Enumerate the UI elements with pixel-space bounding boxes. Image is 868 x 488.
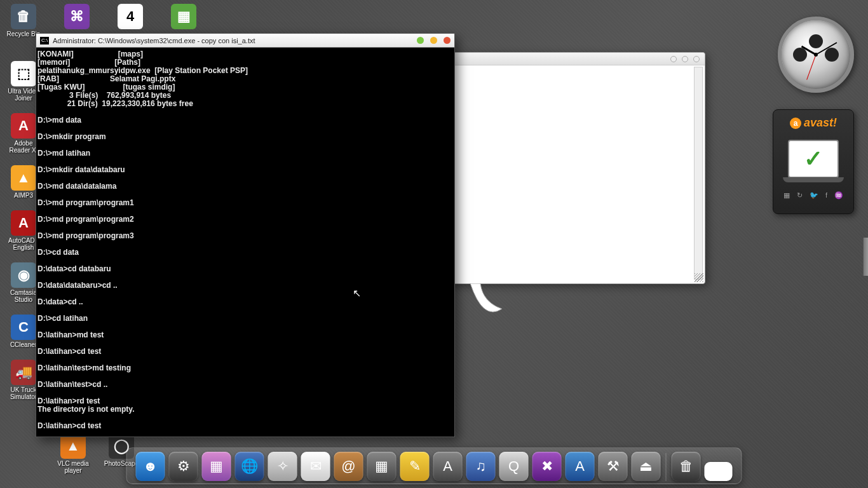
mouse-cursor-icon: ↖ (353, 287, 361, 299)
dock[interactable]: ☻⚙▦🌐✧✉@▦✎A♫Q✖A⚒⏏🗑 (126, 447, 742, 484)
dock-finder[interactable]: ☻ (136, 452, 165, 481)
cmd-maximize-button[interactable] (430, 37, 437, 44)
second-hand (806, 55, 816, 80)
dock-contacts[interactable]: @ (334, 452, 363, 481)
avast-status-icon: ✓ (788, 140, 839, 178)
dock-mail[interactable]: ✉ (301, 452, 330, 481)
doc-resize-handle[interactable] (695, 273, 703, 282)
doc-close-button[interactable] (693, 56, 700, 62)
dock-itunes[interactable]: ♫ (466, 452, 496, 481)
rss-icon[interactable]: ♒ (834, 191, 843, 200)
dock-quicktime[interactable]: Q (499, 452, 529, 481)
cmd-minimize-button[interactable] (417, 37, 424, 44)
avast-brand-text: avast! (804, 116, 837, 130)
dock-globe[interactable]: 🌐 (235, 452, 264, 481)
dock-macappstore[interactable]: A (566, 452, 595, 481)
cmd-output[interactable]: [KONAMI] [maps] [memori] [Paths] pelatih… (36, 48, 454, 437)
show-desktop-peek[interactable] (863, 238, 868, 276)
dock-calculator[interactable]: ▦ (367, 452, 397, 481)
twitter-icon[interactable]: 🐦 (810, 191, 818, 200)
refresh-icon[interactable]: ↻ (797, 191, 803, 200)
dock-safari[interactable]: ✧ (268, 452, 297, 481)
cmd-close-button[interactable] (444, 37, 451, 44)
dock-appstore[interactable]: A (433, 452, 463, 481)
cmd-title: Administrator: C:\Windows\system32\cmd.e… (53, 37, 255, 44)
cmd-icon: C:\ (40, 37, 49, 44)
dock-settings[interactable]: ⚙ (169, 452, 198, 481)
dock-utilities[interactable]: ⚒ (599, 452, 628, 481)
dock-eject[interactable]: ⏏ (632, 452, 661, 481)
avast-gadget[interactable]: a avast! ✓ ▦ ↻ 🐦 f ♒ (773, 109, 854, 214)
cmd-titlebar[interactable]: C:\ Administrator: C:\Windows\system32\c… (36, 34, 454, 48)
desktop-shortcut[interactable]: ▲VLC media player (53, 433, 93, 474)
avast-social-icons[interactable]: ▦ ↻ 🐦 f ♒ (783, 191, 843, 200)
doc-max-button[interactable] (682, 56, 688, 62)
dock-minimized-window[interactable] (705, 462, 733, 481)
bubble-tail (464, 283, 515, 328)
dock-gallery[interactable]: ▦ (202, 452, 231, 481)
facebook-icon[interactable]: f (825, 191, 827, 200)
cmd-window[interactable]: C:\ Administrator: C:\Windows\system32\c… (36, 33, 455, 437)
doc-scrollbar[interactable] (694, 67, 703, 280)
grid-icon[interactable]: ▦ (783, 191, 790, 200)
clock-gadget[interactable] (778, 17, 854, 93)
dock-trash[interactable]: 🗑 (672, 452, 701, 481)
doc-min-button[interactable] (670, 56, 677, 62)
dock-notes[interactable]: ✎ (400, 452, 430, 481)
dock-xcode-alt[interactable]: ✖ (532, 452, 562, 481)
check-icon: ✓ (804, 146, 823, 172)
avast-ball-icon: a (790, 118, 801, 129)
avast-logo: a avast! (790, 116, 837, 130)
